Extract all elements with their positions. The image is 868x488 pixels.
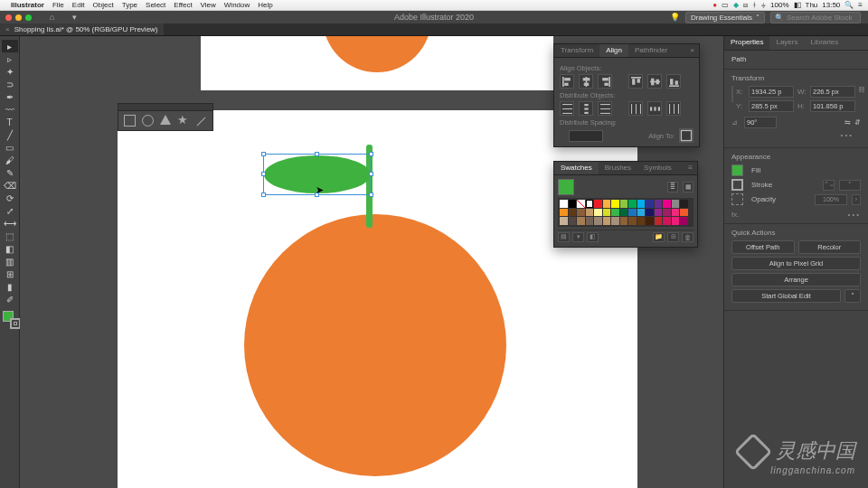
swatch-color[interactable] [646,217,654,225]
swatch-kind-icon[interactable]: ▾ [572,232,584,242]
polygon-icon[interactable] [160,115,171,125]
resize-handle-tl[interactable] [261,152,266,156]
flip-v-icon[interactable]: ⇵ [854,118,861,127]
transform-x-input[interactable] [749,86,794,98]
align-vcenter-icon[interactable] [647,74,662,89]
line-segment-icon[interactable] [195,115,207,127]
swatch-color[interactable] [586,217,594,225]
global-edit-button[interactable]: Start Global Edit [731,289,841,303]
resize-handle-tm[interactable] [315,152,319,156]
resize-handle-bl[interactable] [261,192,266,197]
line-tool[interactable]: ╱ [2,128,18,141]
menu-object[interactable]: Object [93,1,114,9]
fx-label[interactable]: fx. [731,211,739,219]
gradient-tool[interactable]: ▮ [2,280,18,293]
swatch-color[interactable] [594,200,602,208]
type-tool[interactable]: T [2,116,18,128]
align-hcenter-icon[interactable] [579,74,593,89]
swatch-color[interactable] [569,200,577,208]
stroke-weight-stepper[interactable]: ⌃⌄ [823,180,835,191]
rectangle-tool[interactable]: ▭ [2,141,18,154]
tab-symbols[interactable]: Symbols [637,162,678,174]
direct-selection-tool[interactable]: ▹ [2,52,18,65]
spacing-value-input[interactable] [569,130,603,142]
resize-handle-tr[interactable] [369,152,373,156]
paintbrush-tool[interactable]: 🖌 [2,154,18,166]
eraser-tool[interactable]: ⌫ [2,179,18,192]
swatch-color[interactable] [560,217,568,225]
menu-view[interactable]: View [201,1,216,9]
home-icon[interactable]: ⌂ [50,13,54,22]
distribute-right-icon[interactable] [666,101,681,116]
menu-effect[interactable]: Effect [174,1,192,9]
zoom-window-button[interactable] [25,14,32,21]
align-bottom-icon[interactable] [666,74,681,89]
scale-tool[interactable]: ⤢ [2,204,18,217]
menu-type[interactable]: Type [122,1,137,9]
swatch-color[interactable] [655,209,663,217]
pen-tool[interactable]: ✒ [2,90,18,103]
reference-point-widget[interactable] [731,86,733,102]
discover-icon[interactable]: 💡 [670,13,680,22]
new-swatch-icon[interactable]: ⊞ [667,232,679,242]
swatch-color[interactable] [637,200,646,208]
appearance-more-options[interactable]: ••• [848,211,861,219]
tab-transform[interactable]: Transform [554,44,599,57]
swatch-libraries-icon[interactable]: ▤ [558,232,570,242]
swatch-color[interactable] [655,200,663,208]
menu-window[interactable]: Window [224,1,250,9]
new-color-group-icon[interactable]: 📁 [653,232,665,242]
distribute-vcenter-icon[interactable] [579,101,593,116]
grid-view-icon[interactable]: ▦ [683,182,693,192]
app-menu[interactable]: Illustrator [11,1,44,9]
swatch-color[interactable] [594,209,602,217]
shaper-tool[interactable]: ✎ [2,166,18,179]
swatch-color[interactable] [672,217,680,225]
swatch-color[interactable] [628,209,637,217]
swatch-color[interactable] [646,209,654,217]
swatch-color[interactable] [577,200,585,208]
opacity-value[interactable]: 100% [815,194,847,205]
tab-properties[interactable]: Properties [724,36,769,50]
flip-h-icon[interactable]: ⇋ [844,118,851,127]
canvas[interactable]: ➤ ★ Transform Align Pathfinder × Align O… [20,36,723,488]
close-window-button[interactable] [5,14,12,21]
arrange-button[interactable]: Arrange [731,273,861,286]
swatch-color[interactable] [611,217,619,225]
delete-swatch-icon[interactable]: 🗑 [682,232,693,242]
lasso-tool[interactable]: ⊃ [2,78,18,90]
selection-tool[interactable]: ▸ [2,40,18,52]
close-tab-icon[interactable]: × [5,25,10,33]
menu-select[interactable]: Select [146,1,165,9]
swatch-color[interactable] [637,209,646,217]
perspective-tool[interactable]: ▥ [2,255,18,267]
resize-handle-mr[interactable] [369,172,373,176]
offset-path-button[interactable]: Offset Path [731,240,795,254]
distribute-hcenter-icon[interactable] [647,101,662,116]
curvature-tool[interactable]: 〰 [2,103,18,116]
align-to-dropdown[interactable] [679,128,693,143]
tab-pathfinder[interactable]: Pathfinder [628,44,674,57]
align-left-icon[interactable] [560,74,574,89]
swatch-color[interactable] [620,217,628,225]
align-pixel-grid-button[interactable]: Align to Pixel Grid [731,257,861,270]
swatch-color[interactable] [663,217,671,225]
tab-libraries[interactable]: Libraries [804,36,844,50]
fill-stroke-swatch[interactable] [3,311,17,325]
opacity-swatch[interactable] [731,193,743,205]
magic-wand-tool[interactable]: ✦ [2,65,18,78]
opacity-chevron-icon[interactable]: › [852,194,861,205]
tab-layers[interactable]: Layers [769,36,804,50]
swatch-color[interactable] [620,200,628,208]
align-right-icon[interactable] [598,74,612,89]
swatch-color[interactable] [603,217,611,225]
swatch-color[interactable] [646,200,654,208]
tab-brushes[interactable]: Brushes [599,162,637,174]
swatch-color[interactable] [560,209,568,217]
swatch-color[interactable] [680,217,688,225]
swatch-color[interactable] [577,217,585,225]
swatch-color[interactable] [663,209,671,217]
swatch-color[interactable] [569,209,577,217]
swatch-color[interactable] [620,209,628,217]
swatch-color[interactable] [672,200,680,208]
